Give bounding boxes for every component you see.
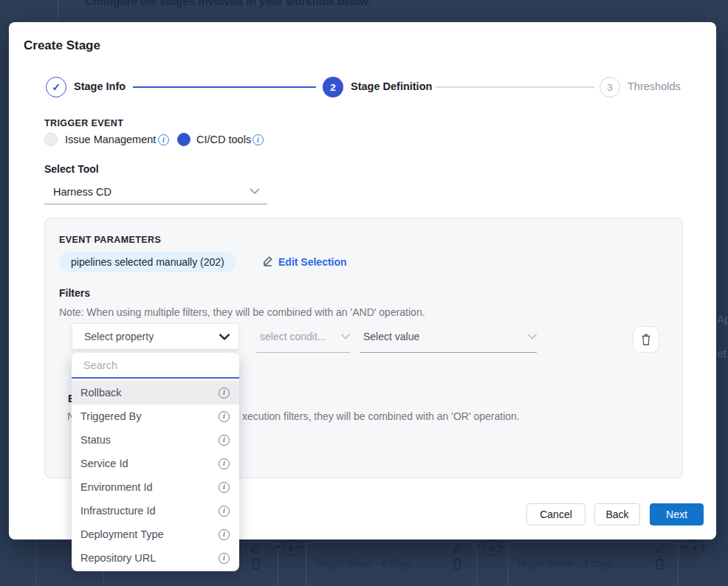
property-select[interactable]: Select property (72, 323, 239, 350)
value-select[interactable]: Select value (360, 327, 537, 346)
radio-issue-management-label[interactable]: Issue Management (65, 134, 156, 145)
info-glyph: i (223, 554, 225, 562)
next-button[interactable]: Next (650, 503, 704, 525)
plus-glyph: + (692, 542, 698, 554)
property-option-infrastructure-id[interactable]: Infrastructure Id i (72, 499, 239, 523)
info-icon[interactable]: i (219, 506, 230, 517)
edit-icon (654, 541, 666, 556)
edit-selection-label: Edit Selection (278, 256, 347, 268)
property-option-deployment-type[interactable]: Deployment Type i (72, 523, 239, 546)
dashed-connector (299, 546, 304, 548)
selection-pill: pipelines selected manually (202) (59, 252, 236, 272)
step-3-label: Thresholds (628, 80, 681, 92)
modal-title: Create Stage (24, 38, 100, 53)
step-3-indicator[interactable]: 3 (600, 77, 620, 97)
dashed-connector (680, 546, 685, 548)
step-1-indicator[interactable]: ✓ (46, 77, 66, 97)
property-select-placeholder: Select property (84, 331, 154, 342)
property-option-triggered-by[interactable]: Triggered By i (72, 404, 239, 428)
delete-filter-button[interactable] (633, 326, 659, 353)
radio-cicd-tools-label[interactable]: CI/CD tools (196, 134, 251, 145)
edit-icon (452, 541, 464, 556)
chevron-down-icon (341, 334, 350, 339)
info-icon[interactable]: i (253, 134, 264, 145)
option-label: Deployment Type (80, 528, 164, 540)
info-glyph: i (223, 483, 225, 491)
add-stage-icon: + (484, 540, 500, 556)
clipped-execution-note-end: xecution filters, they will be combined … (242, 410, 520, 422)
event-parameters-heading: EVENT PARAMETERS (59, 235, 161, 245)
edit-icon (250, 541, 261, 556)
info-glyph: i (223, 460, 225, 467)
plus-glyph: + (288, 542, 295, 554)
info-glyph: i (223, 531, 225, 538)
condition-select-underline (256, 352, 350, 353)
add-stage-icon: + (687, 540, 703, 556)
info-icon[interactable]: i (219, 411, 230, 422)
condition-select-placeholder: select condit... (256, 331, 326, 342)
search-field[interactable] (72, 353, 239, 379)
cancel-button[interactable]: Cancel (526, 503, 586, 525)
stepper-connector (133, 86, 316, 88)
option-label: Environment Id (80, 481, 153, 493)
stepper-connector (436, 86, 594, 88)
property-option-status[interactable]: Status i (72, 428, 239, 452)
trash-icon (654, 557, 665, 573)
option-label: Service Id (80, 458, 128, 469)
dashed-connector (500, 546, 505, 548)
info-icon[interactable]: i (219, 458, 230, 469)
option-label: Repository URL (80, 552, 156, 564)
radio-cicd-tools[interactable] (177, 133, 190, 146)
value-select-placeholder: Select value (360, 331, 419, 342)
info-icon[interactable]: i (158, 134, 169, 145)
value-select-underline (360, 352, 537, 353)
property-option-environment-id[interactable]: Environment Id i (72, 475, 239, 499)
info-glyph: i (223, 436, 225, 444)
option-label: Rollback (80, 387, 122, 399)
info-icon[interactable]: i (219, 553, 230, 564)
add-stage-icon: + (283, 540, 299, 556)
background-clipped-text: Ap (717, 313, 728, 325)
info-icon[interactable]: i (219, 387, 230, 399)
property-option-service-id[interactable]: Service Id i (72, 452, 239, 475)
step-2-indicator[interactable]: 2 (323, 77, 343, 97)
option-label: Status (80, 434, 111, 446)
filters-heading: Filters (59, 287, 90, 299)
property-dropdown-menu: Rollback i Triggered By i Status i Servi… (72, 353, 239, 571)
step-2-number: 2 (330, 82, 336, 93)
back-button[interactable]: Back (594, 503, 640, 525)
background-page-subtitle: Configure the stages involved in your wo… (85, 0, 371, 7)
condition-select[interactable]: select condit... (256, 327, 350, 346)
screen: Configure the stages involved in your wo… (0, 0, 728, 586)
dashed-connector (477, 546, 482, 548)
background-card-label: Target Value - 4 days (516, 557, 613, 569)
background-panel-border (58, 0, 58, 22)
trigger-event-heading: TRIGGER EVENT (44, 118, 123, 128)
trash-icon (641, 334, 651, 345)
background-clipped-text: et (717, 347, 727, 359)
info-glyph: i (223, 413, 225, 420)
property-option-repository-url[interactable]: Repository URL i (72, 546, 239, 570)
info-glyph: i (223, 507, 225, 514)
edit-selection-link[interactable]: Edit Selection (262, 252, 347, 272)
info-icon[interactable]: i (219, 482, 230, 493)
dashed-connector (703, 546, 707, 548)
chevron-down-icon (528, 334, 537, 339)
info-icon[interactable]: i (219, 435, 230, 446)
property-option-rollback[interactable]: Rollback i (72, 381, 239, 404)
background-panel-border (35, 540, 36, 586)
search-input[interactable] (83, 359, 227, 371)
chevron-down-icon (219, 334, 230, 340)
check-icon: ✓ (52, 81, 61, 93)
info-glyph: i (223, 389, 225, 396)
info-icon[interactable]: i (219, 529, 230, 540)
plus-glyph: + (489, 542, 495, 554)
tool-dropdown-value[interactable]: Harness CD (53, 186, 111, 198)
edit-icon (262, 255, 273, 269)
radio-issue-management[interactable] (44, 133, 58, 146)
step-1-label: Stage Info (74, 80, 126, 92)
background-card-label: Target Value - 4 days (315, 557, 411, 569)
trash-icon (452, 557, 463, 573)
dashed-connector (276, 546, 281, 548)
chevron-down-icon[interactable] (250, 188, 260, 194)
